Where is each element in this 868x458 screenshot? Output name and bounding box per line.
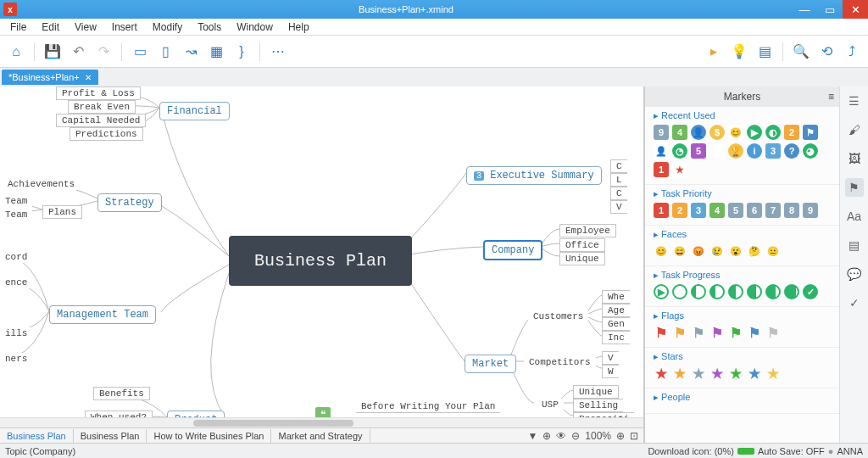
sub-unique[interactable]: Unique <box>559 252 605 265</box>
menu-modify[interactable]: Modify <box>146 20 189 35</box>
sub-ills[interactable]: ills <box>0 327 32 339</box>
section-flags[interactable]: ▸ Flags <box>654 310 832 321</box>
face-cry[interactable]: 😢 <box>709 243 725 259</box>
sub-profit-loss[interactable]: Profit & Loss <box>56 87 141 100</box>
document-tab[interactable]: *Business+Plan+ ✕ <box>2 70 98 85</box>
sub-comp-v[interactable]: V <box>602 351 619 365</box>
marker-question[interactable]: ? <box>784 143 799 159</box>
sub-achievements[interactable]: Achievements <box>3 178 80 190</box>
marker-1[interactable]: 1 <box>654 162 669 177</box>
section-progress[interactable]: ▸ Task Progress <box>654 270 832 281</box>
presentation-icon[interactable]: ▸ <box>703 41 725 63</box>
node-market[interactable]: Market <box>465 355 516 373</box>
marker-5[interactable]: 5 <box>691 143 706 159</box>
node-company[interactable]: Company <box>483 240 542 260</box>
marker-play[interactable]: ▶ <box>747 125 762 140</box>
node-strategy[interactable]: Strategy <box>97 193 162 212</box>
node-financial[interactable]: Financial <box>159 102 230 120</box>
brainstorm-icon[interactable]: 💡 <box>728 41 750 63</box>
panel-menu-icon[interactable]: ≡ <box>828 91 834 103</box>
sub-team-1[interactable]: Team <box>0 195 32 207</box>
sub-exec-v[interactable]: V <box>610 200 627 214</box>
marker-prog[interactable]: ◔ <box>672 143 687 159</box>
sub-capital-needed[interactable]: Capital Needed <box>56 114 146 127</box>
section-people[interactable]: ▸ People <box>654 392 832 403</box>
view-icon[interactable]: 👁 <box>556 430 566 442</box>
close-button[interactable]: ✕ <box>843 0 868 19</box>
star-blue[interactable]: ★ <box>747 366 762 381</box>
marker-prog2[interactable]: ◕ <box>803 143 818 159</box>
priority-8[interactable]: 8 <box>784 203 799 218</box>
sheet-tab-2[interactable]: Business Plan <box>74 429 147 443</box>
sub-competitors[interactable]: Competitors <box>524 356 596 368</box>
sub-employee[interactable]: Employee <box>559 224 616 237</box>
flag-light[interactable]: ⚑ <box>765 325 781 340</box>
image-icon[interactable]: 🖼 <box>845 149 864 168</box>
node-executive-summary[interactable]: 3 Executive Summary <box>466 166 602 185</box>
priority-6[interactable]: 6 <box>747 203 762 218</box>
prog-1[interactable] <box>672 284 687 299</box>
filter-icon[interactable]: ▼ <box>527 430 537 442</box>
star-gray[interactable]: ★ <box>691 366 706 381</box>
section-recent[interactable]: ▸ Recent Used <box>654 110 832 121</box>
face-laugh[interactable]: 😄 <box>672 243 687 259</box>
sub-break-even[interactable]: Break Even <box>68 100 136 114</box>
format-icon[interactable]: 🖌 <box>845 120 864 139</box>
marker-star-red[interactable]: ★ <box>672 162 687 177</box>
star-orange[interactable]: ★ <box>672 366 687 381</box>
subtopic-icon[interactable]: ▯ <box>154 41 176 63</box>
sub-comp-w[interactable]: W <box>602 365 619 378</box>
menu-help[interactable]: Help <box>281 20 316 35</box>
node-management-team[interactable]: Management Team <box>49 305 156 324</box>
priority-5[interactable]: 5 <box>728 203 743 218</box>
star-yellow[interactable]: ★ <box>765 366 781 381</box>
sub-usp[interactable]: USP <box>537 399 564 411</box>
flag-orange[interactable]: ⚑ <box>672 325 687 340</box>
maximize-button[interactable]: ▭ <box>817 0 843 19</box>
more-icon[interactable]: ⋯ <box>267 41 289 63</box>
star-green[interactable]: ★ <box>728 366 743 381</box>
marker-person-green[interactable]: 👤 <box>654 143 669 159</box>
node-product[interactable]: Product <box>167 411 225 417</box>
section-stars[interactable]: ▸ Stars <box>654 351 832 362</box>
topic-icon[interactable]: ▭ <box>129 41 151 63</box>
priority-4[interactable]: 4 <box>709 203 725 218</box>
relationship-icon[interactable]: ↝ <box>180 41 202 63</box>
sub-when-used[interactable]: When used? <box>85 411 153 417</box>
zoom-in-icon[interactable]: ⊕ <box>616 430 625 442</box>
summary-icon[interactable]: } <box>231 41 253 63</box>
comments-icon[interactable]: ▤ <box>845 236 864 254</box>
home-icon[interactable]: ⌂ <box>5 41 27 63</box>
face-angry[interactable]: 😡 <box>691 243 706 259</box>
marker-info[interactable]: i <box>747 143 762 159</box>
outline-icon[interactable]: ☰ <box>845 92 864 110</box>
boundary-icon[interactable]: ▦ <box>205 41 227 63</box>
flag-red[interactable]: ⚑ <box>654 325 669 340</box>
chat-icon[interactable]: 💬 <box>845 265 864 283</box>
sub-ners[interactable]: ners <box>0 353 32 365</box>
menu-tools[interactable]: Tools <box>191 20 228 35</box>
save-icon[interactable]: 💾 <box>42 41 64 63</box>
menu-edit[interactable]: Edit <box>35 20 66 35</box>
flag-blue[interactable]: ⚑ <box>747 325 762 340</box>
sub-team-2[interactable]: Team <box>0 209 32 221</box>
section-priority[interactable]: ▸ Task Priority <box>654 188 832 199</box>
sub-usp-selling[interactable]: Selling <box>573 399 623 412</box>
sub-office[interactable]: Office <box>559 238 605 252</box>
prog-3[interactable] <box>709 284 725 299</box>
sub-exec-c2[interactable]: C <box>610 187 627 200</box>
sub-exec-c1[interactable]: C <box>610 159 627 173</box>
floating-before-writing[interactable]: Before Writing Your Plan <box>356 400 500 413</box>
share-icon[interactable]: ⟲ <box>815 41 837 63</box>
prog-7[interactable] <box>784 284 799 299</box>
sub-customers[interactable]: Customers <box>528 310 588 322</box>
sub-benefits[interactable]: Benefits <box>93 387 150 400</box>
face-surprise[interactable]: 😮 <box>728 243 743 259</box>
priority-2[interactable]: 2 <box>672 203 687 218</box>
prog-done[interactable]: ✓ <box>803 284 818 299</box>
gantt-icon[interactable]: ▤ <box>754 41 776 63</box>
marker-half[interactable]: ◐ <box>765 125 781 140</box>
flag-green[interactable]: ⚑ <box>728 325 743 340</box>
marker-9[interactable]: 9 <box>654 125 669 140</box>
marker-2[interactable]: 2 <box>784 125 799 140</box>
